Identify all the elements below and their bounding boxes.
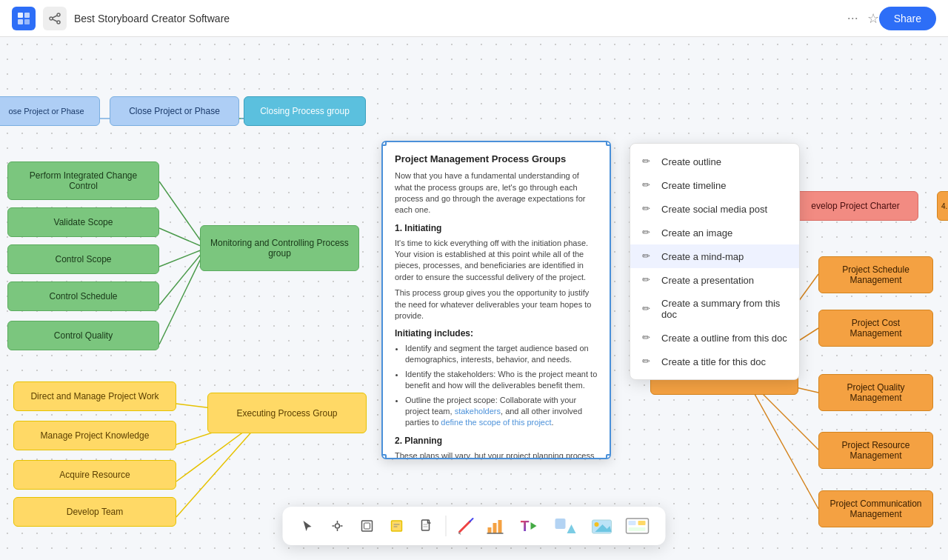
menu-label-4: Create an image <box>661 227 732 239</box>
tool-doc[interactable] <box>413 513 440 539</box>
doc-section1-bullets: Identify and segment the target audience… <box>395 343 598 429</box>
svg-line-14 <box>159 248 206 344</box>
svg-point-6 <box>57 21 60 24</box>
menu-create-social[interactable]: ✏ Create social media post <box>630 197 799 221</box>
node-close-partial[interactable]: ose Project or Phase <box>0 96 100 126</box>
node-manage-knowledge[interactable]: Manage Project Knowledge <box>13 421 176 450</box>
doc-title: Project Management Process Groups <box>395 153 598 166</box>
stakeholders-link[interactable]: stakeholders <box>455 407 501 416</box>
share-button[interactable]: Share <box>879 7 936 30</box>
node-validate-scope[interactable]: Validate Scope <box>7 207 159 237</box>
node-proj-schedule-mgmt[interactable]: Project Schedule Management <box>818 256 933 293</box>
handle-tr[interactable] <box>606 141 611 146</box>
node-close-project[interactable]: Close Project or Phase <box>110 96 239 126</box>
svg-rect-47 <box>555 519 566 529</box>
svg-rect-55 <box>629 527 646 531</box>
node-executing-group[interactable]: Executing Process Group <box>207 393 367 433</box>
menu-label-5: Create a mind-map <box>661 251 744 262</box>
node-proj-cost-mgmt[interactable]: Project Cost Management <box>818 310 933 347</box>
document-node[interactable]: Project Management Process Groups Now th… <box>381 141 611 459</box>
menu-label-3: Create social media post <box>661 204 767 215</box>
svg-marker-46 <box>531 522 537 530</box>
svg-line-39 <box>460 521 470 532</box>
svg-rect-43 <box>493 523 497 533</box>
svg-line-13 <box>159 248 206 305</box>
node-control-schedule[interactable]: Control Schedule <box>7 281 159 311</box>
doc-intro: Now that you have a fundamental understa… <box>395 170 598 216</box>
svg-point-5 <box>50 17 53 20</box>
doc-includes1-title: Initiating includes: <box>395 327 598 340</box>
svg-rect-0 <box>18 13 23 18</box>
pencil-icon-3: ✏ <box>642 203 654 215</box>
node-develop-team[interactable]: Develop Team <box>13 497 176 527</box>
menu-create-outline[interactable]: ✏ Create outline <box>630 150 799 173</box>
pencil-icon-2: ✏ <box>642 179 654 191</box>
doc-section1-body2: This process group gives you the opportu… <box>395 287 598 321</box>
svg-line-7 <box>53 16 57 18</box>
more-button[interactable]: ··· <box>847 10 858 26</box>
svg-rect-42 <box>488 527 492 533</box>
pencil-icon-5: ✏ <box>642 250 654 262</box>
doc-bullet-1-3: Outline the project scope: Collaborate w… <box>405 395 598 429</box>
menu-create-image[interactable]: ✏ Create an image <box>630 221 799 244</box>
tool-shape[interactable] <box>550 513 583 539</box>
node-monitoring-group[interactable]: Monitoring and Controlling Process group <box>200 225 359 271</box>
menu-create-outline-doc[interactable]: ✏ Create a outline from this doc <box>630 326 799 350</box>
menu-create-summary[interactable]: ✏ Create a summary from this doc <box>630 292 799 326</box>
svg-line-23 <box>744 376 818 509</box>
tool-pen[interactable] <box>324 513 351 539</box>
node-proj-resource-mgmt[interactable]: Project Resource Management <box>818 432 933 469</box>
svg-line-10 <box>159 181 206 248</box>
menu-create-presentation[interactable]: ✏ Create a presentation <box>630 268 799 292</box>
pencil-icon-8: ✏ <box>642 332 654 344</box>
svg-rect-33 <box>392 521 402 531</box>
svg-rect-53 <box>629 521 636 525</box>
tool-chart[interactable] <box>482 513 509 539</box>
tool-draw[interactable] <box>453 513 479 539</box>
pencil-icon-1: ✏ <box>642 156 654 167</box>
bottom-toolbar: T <box>283 507 666 545</box>
tool-template[interactable] <box>621 513 654 539</box>
node-closing-group[interactable]: Closing Process group <box>244 96 366 126</box>
pencil-icon-9: ✏ <box>642 356 654 367</box>
node-acquire-resource[interactable]: Acquire Resource <box>13 460 176 490</box>
menu-create-title[interactable]: ✏ Create a title for this doc <box>630 350 799 373</box>
svg-point-50 <box>595 522 599 527</box>
pencil-icon-7: ✏ <box>642 303 654 315</box>
context-menu: ✏ Create outline ✏ Create timeline ✏ Cre… <box>630 143 800 380</box>
menu-create-mindmap[interactable]: ✏ Create a mind-map <box>630 244 799 268</box>
svg-rect-44 <box>498 520 502 533</box>
node-4-1-partial[interactable]: 4.1 <box>937 191 948 221</box>
tool-frame[interactable] <box>354 513 381 539</box>
tool-text[interactable]: T <box>512 513 547 539</box>
toolbar-sep-1 <box>446 516 447 536</box>
svg-rect-54 <box>638 521 646 525</box>
node-control-scope[interactable]: Control Scope <box>7 244 159 274</box>
svg-rect-2 <box>18 19 23 24</box>
menu-label-6: Create a presentation <box>661 275 754 286</box>
node-control-quality[interactable]: Control Quality <box>7 321 159 350</box>
doc-section1-title: 1. Initiating <box>395 222 598 235</box>
tool-image[interactable] <box>586 513 618 539</box>
handle-br[interactable] <box>606 454 611 459</box>
app-title: Best Storyboard Creator Software <box>74 13 847 24</box>
svg-line-8 <box>53 19 57 21</box>
node-direct-manage[interactable]: Direct and Manage Project Work <box>13 381 176 411</box>
node-proj-comm-mgmt[interactable]: Project Communication Management <box>818 490 933 527</box>
share-icon <box>43 7 67 30</box>
favorite-button[interactable]: ☆ <box>867 10 879 27</box>
menu-create-timeline[interactable]: ✏ Create timeline <box>630 173 799 197</box>
node-perform-icc[interactable]: Perform Integrated Change Control <box>7 161 159 200</box>
menu-label-1: Create outline <box>661 156 721 167</box>
handle-tl[interactable] <box>381 141 387 146</box>
handle-bl[interactable] <box>381 454 387 459</box>
svg-marker-48 <box>567 524 576 533</box>
node-develop-charter[interactable]: evelop Project Charter <box>792 191 918 221</box>
tool-sticky[interactable] <box>384 513 410 539</box>
scope-link[interactable]: define the scope of this project <box>441 418 551 427</box>
svg-point-26 <box>336 524 340 528</box>
tool-select[interactable] <box>295 513 321 539</box>
header: Best Storyboard Creator Software ··· ☆ S… <box>0 0 948 37</box>
arrow-icon <box>528 521 538 531</box>
node-proj-quality-mgmt[interactable]: Project Quality Management <box>818 374 933 411</box>
